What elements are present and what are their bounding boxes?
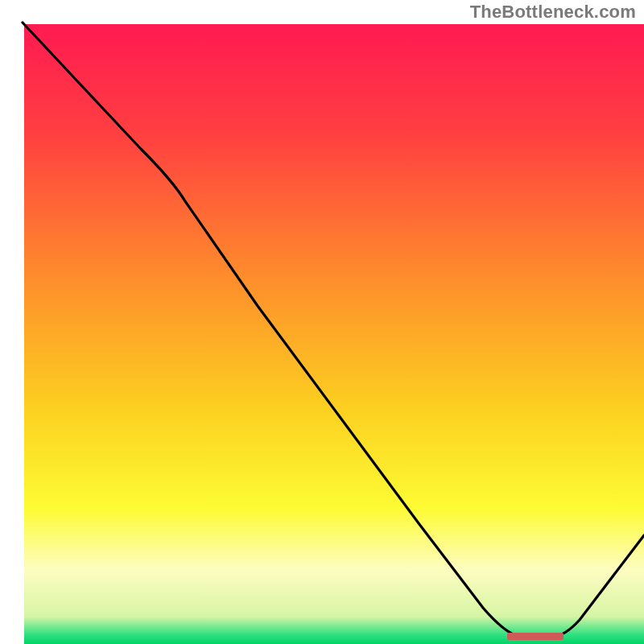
chart-container: { "watermark": "TheBottleneck.com", "cha…: [0, 0, 644, 644]
optimal-range-marker: [507, 633, 564, 640]
gradient-rect: [24, 24, 644, 644]
chart-plot-area: [0, 0, 644, 644]
watermark-text: TheBottleneck.com: [470, 2, 636, 23]
